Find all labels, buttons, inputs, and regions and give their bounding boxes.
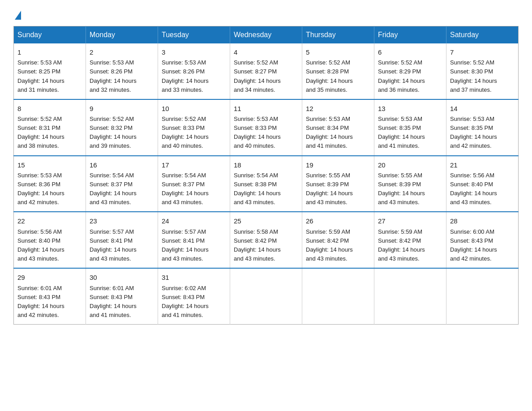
day-number: 24 [162,216,226,226]
daylight-hours: Daylight: 14 hours [306,133,353,140]
header-row: SundayMondayTuesdayWednesdayThursdayFrid… [14,26,519,44]
daylight-minutes: and 38 minutes. [17,142,59,149]
calendar-cell-5-1: 29Sunrise: 6:01 AMSunset: 8:43 PMDayligh… [14,268,86,324]
sunset-text: Sunset: 8:26 PM [162,68,205,75]
column-header-tuesday: Tuesday [158,26,230,44]
sunrise-text: Sunrise: 5:53 AM [17,172,62,179]
sunset-text: Sunset: 8:33 PM [162,124,205,131]
daylight-minutes: and 43 minutes. [162,199,203,206]
day-number: 18 [234,160,298,170]
daylight-minutes: and 36 minutes. [378,86,420,93]
sunrise-text: Sunrise: 5:56 AM [450,172,494,179]
daylight-hours: Daylight: 14 hours [378,246,425,253]
day-number: 29 [17,272,82,283]
calendar-cell-3-2: 16Sunrise: 5:54 AMSunset: 8:37 PMDayligh… [86,156,158,212]
sunset-text: Sunset: 8:42 PM [306,237,349,244]
sunrise-text: Sunrise: 5:59 AM [306,228,350,235]
week-row-2: 8Sunrise: 5:52 AMSunset: 8:31 PMDaylight… [14,99,519,156]
calendar-cell-4-1: 22Sunrise: 5:56 AMSunset: 8:40 PMDayligh… [14,212,86,268]
sunset-text: Sunset: 8:35 PM [450,124,493,131]
day-number: 3 [162,47,226,57]
sunrise-text: Sunrise: 5:55 AM [306,172,350,179]
daylight-hours: Daylight: 14 hours [450,190,497,197]
sunrise-text: Sunrise: 5:53 AM [306,116,350,122]
sunset-text: Sunset: 8:42 PM [234,237,277,244]
column-header-saturday: Saturday [446,26,519,44]
week-row-4: 22Sunrise: 5:56 AMSunset: 8:40 PMDayligh… [14,212,519,268]
page-header [13,9,519,18]
day-number: 20 [378,160,442,170]
sunset-text: Sunset: 8:39 PM [306,181,349,188]
daylight-minutes: and 43 minutes. [234,199,275,206]
daylight-minutes: and 41 minutes. [378,142,420,149]
day-number: 6 [378,47,442,57]
daylight-minutes: and 31 minutes. [17,86,59,93]
calendar-cell-4-6: 27Sunrise: 5:59 AMSunset: 8:42 PMDayligh… [374,212,446,268]
sunset-text: Sunset: 8:43 PM [90,294,133,300]
calendar-cell-4-2: 23Sunrise: 5:57 AMSunset: 8:41 PMDayligh… [86,212,158,268]
day-number: 15 [17,160,82,170]
daylight-hours: Daylight: 14 hours [234,133,281,140]
calendar-cell-1-7: 7Sunrise: 5:52 AMSunset: 8:30 PMDaylight… [446,43,519,99]
sunset-text: Sunset: 8:25 PM [17,68,60,75]
calendar-cell-3-7: 21Sunrise: 5:56 AMSunset: 8:40 PMDayligh… [446,156,519,212]
daylight-hours: Daylight: 14 hours [90,246,137,253]
sunrise-text: Sunrise: 5:52 AM [378,59,422,66]
sunset-text: Sunset: 8:35 PM [378,124,421,131]
daylight-minutes: and 43 minutes. [162,255,203,262]
daylight-minutes: and 43 minutes. [378,255,420,262]
sunset-text: Sunset: 8:43 PM [450,237,493,244]
day-number: 17 [162,160,226,170]
calendar-cell-3-1: 15Sunrise: 5:53 AMSunset: 8:36 PMDayligh… [14,156,86,212]
sunrise-text: Sunrise: 5:54 AM [90,172,134,179]
daylight-hours: Daylight: 14 hours [234,77,281,84]
calendar-cell-3-5: 19Sunrise: 5:55 AMSunset: 8:39 PMDayligh… [302,156,374,212]
calendar-cell-4-7: 28Sunrise: 6:00 AMSunset: 8:43 PMDayligh… [446,212,519,268]
daylight-minutes: and 39 minutes. [90,142,131,149]
daylight-minutes: and 41 minutes. [90,312,131,318]
daylight-minutes: and 43 minutes. [306,255,348,262]
sunrise-text: Sunrise: 5:59 AM [378,228,422,235]
sunrise-text: Sunrise: 5:57 AM [90,228,134,235]
sunrise-text: Sunrise: 5:52 AM [162,116,206,122]
daylight-minutes: and 40 minutes. [234,142,275,149]
daylight-hours: Daylight: 14 hours [90,77,137,84]
daylight-minutes: and 42 minutes. [17,312,59,318]
sunrise-text: Sunrise: 6:01 AM [17,285,62,291]
calendar-cell-4-5: 26Sunrise: 5:59 AMSunset: 8:42 PMDayligh… [302,212,374,268]
calendar-cell-5-6 [374,268,446,324]
sunset-text: Sunset: 8:42 PM [378,237,421,244]
calendar-cell-1-3: 3Sunrise: 5:53 AMSunset: 8:26 PMDaylight… [158,43,230,99]
calendar-table: SundayMondayTuesdayWednesdayThursdayFrid… [13,26,519,325]
column-header-friday: Friday [374,26,446,44]
sunrise-text: Sunrise: 5:54 AM [162,172,206,179]
calendar-cell-2-6: 13Sunrise: 5:53 AMSunset: 8:35 PMDayligh… [374,99,446,156]
week-row-5: 29Sunrise: 6:01 AMSunset: 8:43 PMDayligh… [14,268,519,324]
column-header-sunday: Sunday [14,26,86,44]
daylight-hours: Daylight: 14 hours [90,303,137,309]
sunrise-text: Sunrise: 5:53 AM [162,59,206,66]
day-number: 8 [17,103,82,114]
calendar-cell-2-7: 14Sunrise: 5:53 AMSunset: 8:35 PMDayligh… [446,99,519,156]
logo-triangle-icon [15,11,21,20]
sunset-text: Sunset: 8:37 PM [162,181,205,188]
daylight-minutes: and 34 minutes. [234,86,275,93]
sunset-text: Sunset: 8:41 PM [162,237,205,244]
day-number: 11 [234,103,298,114]
daylight-hours: Daylight: 14 hours [90,133,137,140]
day-number: 9 [90,103,154,114]
sunset-text: Sunset: 8:29 PM [378,68,421,75]
column-header-wednesday: Wednesday [230,26,302,44]
calendar-cell-2-5: 12Sunrise: 5:53 AMSunset: 8:34 PMDayligh… [302,99,374,156]
sunset-text: Sunset: 8:30 PM [450,68,493,75]
daylight-hours: Daylight: 14 hours [450,77,497,84]
daylight-minutes: and 42 minutes. [17,199,59,206]
day-number: 14 [450,103,515,114]
daylight-hours: Daylight: 14 hours [234,246,281,253]
daylight-hours: Daylight: 14 hours [17,77,64,84]
daylight-hours: Daylight: 14 hours [17,303,64,309]
daylight-minutes: and 42 minutes. [450,255,492,262]
day-number: 22 [17,216,82,226]
daylight-minutes: and 40 minutes. [162,142,203,149]
day-number: 2 [90,47,154,57]
